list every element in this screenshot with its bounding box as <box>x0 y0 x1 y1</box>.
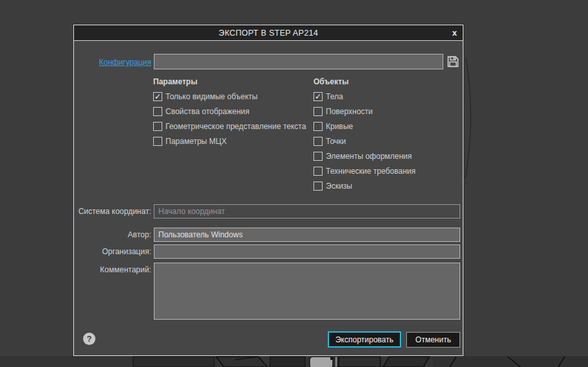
checkbox-surfaces[interactable] <box>313 107 323 116</box>
checkbox-row: Элементы оформления <box>313 152 463 161</box>
configuration-link[interactable]: Конфигурация <box>95 58 151 67</box>
comment-textarea[interactable] <box>154 263 460 320</box>
save-configuration-button[interactable] <box>447 55 459 68</box>
checkbox-row: Кривые <box>313 122 463 131</box>
checkbox-row: Геометрическое представление текста <box>153 122 312 131</box>
checkbox-points[interactable] <box>313 137 323 146</box>
export-button[interactable]: Экспортировать <box>328 331 401 348</box>
checkbox-label: Только видимые объекты <box>165 92 258 101</box>
checkbox-technical-requirements[interactable] <box>313 167 323 176</box>
checkbox-label: Параметры МЦХ <box>165 137 227 146</box>
background-3d-model-fragment <box>0 356 588 367</box>
checkbox-label: Эскизы <box>326 182 352 191</box>
checkbox-label: Технические требования <box>326 167 415 176</box>
parameters-header: Параметры <box>153 77 312 86</box>
checkbox-sketches[interactable] <box>313 182 323 191</box>
checkbox-label: Точки <box>326 137 346 146</box>
application-viewport: ЭКСПОРТ В STEP AP214 x Конфигурация Пара… <box>0 0 588 367</box>
parameters-group: Параметры Только видимые объекты Свойств… <box>153 77 312 152</box>
checkbox-mass-properties[interactable] <box>153 137 162 146</box>
author-label: Автор: <box>75 228 151 242</box>
checkbox-visible-objects[interactable] <box>153 92 162 101</box>
organization-label: Организация: <box>75 244 151 259</box>
close-icon[interactable]: x <box>452 27 457 38</box>
checkbox-row: Точки <box>313 137 463 146</box>
configuration-input[interactable] <box>154 54 443 69</box>
author-input[interactable] <box>154 228 460 242</box>
checkbox-label: Тела <box>326 92 343 101</box>
checkbox-display-properties[interactable] <box>153 107 162 116</box>
checkbox-annotation-elements[interactable] <box>313 152 323 161</box>
help-button[interactable]: ? <box>83 333 95 345</box>
checkbox-row: Параметры МЦХ <box>153 137 312 146</box>
export-step-dialog: ЭКСПОРТ В STEP AP214 x Конфигурация Пара… <box>73 25 463 356</box>
checkbox-row: Тела <box>313 92 463 101</box>
checkbox-label: Элементы оформления <box>326 152 412 161</box>
checkbox-row: Только видимые объекты <box>153 92 312 101</box>
coordinate-system-input[interactable] <box>154 204 460 219</box>
organization-input[interactable] <box>154 244 460 259</box>
checkbox-row: Технические требования <box>313 167 463 176</box>
question-mark-icon: ? <box>87 333 92 345</box>
checkbox-row: Свойства отображения <box>153 107 312 116</box>
objects-header: Объекты <box>313 77 463 86</box>
checkbox-label: Кривые <box>326 122 353 131</box>
comment-label: Комментарий: <box>75 263 151 277</box>
checkbox-curves[interactable] <box>313 122 323 131</box>
dialog-title: ЭКСПОРТ В STEP AP214 <box>219 29 318 38</box>
checkbox-geometric-text[interactable] <box>153 122 162 131</box>
checkbox-label: Поверхности <box>326 107 373 116</box>
checkbox-label: Свойства отображения <box>165 107 249 116</box>
dialog-title-bar[interactable]: ЭКСПОРТ В STEP AP214 x <box>74 25 463 41</box>
floppy-disk-icon <box>447 55 459 68</box>
coordinate-system-label: Система координат: <box>75 204 151 219</box>
checkbox-label: Геометрическое представление текста <box>165 122 306 131</box>
checkbox-row: Эскизы <box>313 182 463 191</box>
checkbox-bodies[interactable] <box>313 92 323 101</box>
checkbox-row: Поверхности <box>313 107 463 116</box>
objects-group: Объекты Тела Поверхности Кривые Точки Эл… <box>313 77 463 196</box>
cancel-button[interactable]: Отменить <box>406 332 460 348</box>
